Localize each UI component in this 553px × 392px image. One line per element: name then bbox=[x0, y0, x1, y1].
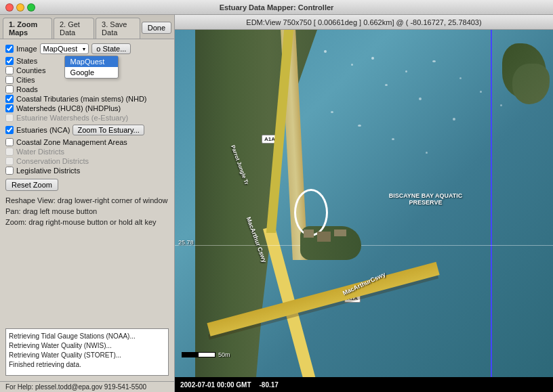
map-coord: -80.17 bbox=[260, 381, 279, 389]
dropdown-option-google[interactable]: Google bbox=[65, 67, 118, 78]
lat-line bbox=[175, 245, 553, 246]
log-line-1: Retrieving Tidal Gauge Stations (NOAA)..… bbox=[9, 332, 165, 341]
building-2 bbox=[317, 232, 331, 242]
help-texts: Reshape View: drag lower-right corner of… bbox=[5, 195, 169, 227]
done-button[interactable]: Done bbox=[142, 22, 171, 34]
map-panel[interactable]: EDM:View 750x750 [ 0.00661deg ] 0.662km]… bbox=[175, 15, 553, 392]
coastal-tributaries-checkbox[interactable] bbox=[5, 95, 14, 103]
estuarine-watersheds-layer: Estuarine Watersheds (e-Estuary) bbox=[5, 114, 169, 122]
tab-zoom-maps[interactable]: 1. Zoom Maps bbox=[3, 18, 52, 39]
estuaries-layer[interactable]: Estuaries (NCA) bbox=[5, 126, 70, 134]
image-label: Image bbox=[16, 45, 37, 53]
map-title-bar: EDM:View 750x750 [ 0.00661deg ] 0.662km]… bbox=[175, 15, 553, 30]
lat-label: 25.78 bbox=[178, 239, 194, 246]
map-coord-display: EDM:View 750x750 [ 0.00661deg ] 0.662km]… bbox=[246, 18, 481, 26]
boat-9 bbox=[480, 91, 482, 93]
cities-checkbox[interactable] bbox=[5, 76, 14, 84]
building-1 bbox=[304, 230, 314, 238]
tab-save-data[interactable]: 3. Save Data bbox=[96, 18, 140, 39]
image-dropdown-button[interactable]: MapQuest bbox=[40, 43, 89, 54]
conservation-districts-label: Conservation Districts bbox=[16, 157, 89, 165]
boat-5 bbox=[432, 60, 436, 62]
water-districts-checkbox bbox=[5, 148, 14, 156]
boat-3 bbox=[371, 57, 374, 60]
help-text-1: Reshape View: drag lower-right corner of… bbox=[5, 195, 169, 206]
close-button[interactable] bbox=[5, 3, 14, 12]
states-checkbox[interactable] bbox=[5, 57, 14, 65]
counties-checkbox[interactable] bbox=[5, 66, 14, 74]
building-3 bbox=[334, 230, 346, 236]
main-container: 1. Zoom Maps 2. Get Data 3. Save Data Do… bbox=[0, 15, 553, 392]
legislative-districts-layer[interactable]: Legislative Districts bbox=[5, 167, 169, 175]
water-districts-label: Water Districts bbox=[16, 148, 64, 156]
coastal-zone-checkbox[interactable] bbox=[5, 138, 14, 146]
coastal-tributaries-label: Coastal Tributaries (main stems) (NHD) bbox=[16, 95, 147, 103]
tab-get-data[interactable]: 2. Get Data bbox=[54, 18, 94, 39]
preserve-text: BISCAYNE BAY AQUATICPRESERVE bbox=[385, 192, 466, 206]
status-text: For Help: plessel.todd@epa.gov 919-541-5… bbox=[5, 383, 146, 391]
watersheds-label: Watersheds (HUC8) (NHDPlus) bbox=[16, 104, 121, 112]
estuarine-watersheds-label: Estuarine Watersheds (e-Estuary) bbox=[16, 114, 128, 122]
watersheds-layer[interactable]: Watersheds (HUC8) (NHDPlus) bbox=[5, 104, 169, 112]
scale-dark bbox=[182, 353, 199, 357]
controls-area: Image MapQuest MapQuest Google o State..… bbox=[0, 39, 174, 328]
maximize-button[interactable] bbox=[27, 3, 35, 12]
boat-1 bbox=[324, 50, 327, 53]
roads-layer[interactable]: Roads bbox=[5, 85, 169, 93]
estuarine-watersheds-checkbox bbox=[5, 114, 14, 122]
scale-bar-container: 50m bbox=[182, 351, 230, 358]
boat-6 bbox=[385, 84, 388, 86]
conservation-districts-layer: Conservation Districts bbox=[5, 157, 169, 165]
scale-bar bbox=[182, 352, 216, 357]
help-text-2: Pan: drag left mouse button bbox=[5, 206, 169, 217]
conservation-districts-checkbox bbox=[5, 157, 14, 165]
log-line-3: Retrieving Water Quality (STORET)... bbox=[9, 351, 165, 360]
window-title: Estuary Data Mapper: Controller bbox=[220, 3, 334, 12]
boat-4 bbox=[405, 70, 407, 72]
boat-15 bbox=[426, 152, 428, 154]
image-row: Image MapQuest MapQuest Google o State..… bbox=[5, 43, 169, 54]
boat-2 bbox=[351, 64, 353, 66]
reset-zoom-button[interactable]: Reset Zoom bbox=[5, 179, 58, 191]
map-background[interactable]: A1A A1A bbox=[175, 30, 553, 377]
boat-12 bbox=[453, 118, 455, 121]
boat-11 bbox=[358, 125, 361, 127]
roads-label: Roads bbox=[16, 85, 38, 93]
image-checkbox[interactable] bbox=[5, 45, 14, 53]
coastal-tributaries-layer[interactable]: Coastal Tributaries (main stems) (NHD) bbox=[5, 95, 169, 103]
title-bar: Estuary Data Mapper: Controller bbox=[0, 0, 553, 15]
watersheds-checkbox[interactable] bbox=[5, 104, 14, 112]
blue-coastline bbox=[491, 30, 492, 377]
scale-label: 50m bbox=[218, 351, 230, 358]
state-button[interactable]: o State... bbox=[91, 43, 131, 54]
coastal-zone-label: Coastal Zone Management Areas bbox=[16, 138, 127, 146]
cities-label: Cities bbox=[16, 76, 35, 84]
minimize-button[interactable] bbox=[16, 3, 24, 12]
log-line-4: Finished retrieving data. bbox=[9, 360, 165, 370]
boat-8 bbox=[419, 97, 422, 100]
boat-10 bbox=[331, 111, 333, 113]
log-line-2: Retrieving Water Quality (NWIS)... bbox=[9, 341, 165, 351]
help-text-3: Zoom: drag right-mouse button or hold al… bbox=[5, 217, 169, 227]
dropdown-option-mapquest[interactable]: MapQuest bbox=[65, 56, 118, 67]
status-bar: For Help: plessel.todd@epa.gov 919-541-5… bbox=[0, 381, 174, 392]
map-date: 2002-07-01 00:00 GMT bbox=[180, 381, 251, 389]
zoom-estuary-button[interactable]: Zoom To Estuary... bbox=[73, 125, 144, 135]
estuaries-checkbox[interactable] bbox=[5, 126, 14, 134]
map-bottom-bar: 2002-07-01 00:00 GMT -80.17 bbox=[175, 377, 553, 392]
boat-14 bbox=[392, 138, 394, 140]
image-dropdown-popup: MapQuest Google bbox=[64, 56, 119, 79]
roads-checkbox[interactable] bbox=[5, 85, 14, 93]
legislative-districts-checkbox[interactable] bbox=[5, 167, 14, 175]
window-controls bbox=[5, 3, 35, 12]
image-checkbox-label[interactable]: Image bbox=[5, 45, 37, 53]
coastal-zone-layer[interactable]: Coastal Zone Management Areas bbox=[5, 138, 169, 146]
counties-label: Counties bbox=[16, 66, 45, 74]
states-label: States bbox=[16, 57, 37, 65]
tabs-bar: 1. Zoom Maps 2. Get Data 3. Save Data Do… bbox=[0, 15, 174, 39]
log-area: Retrieving Tidal Gauge Stations (NOAA)..… bbox=[5, 328, 169, 376]
boat-13 bbox=[500, 104, 502, 106]
boat-7 bbox=[459, 77, 462, 79]
left-panel: 1. Zoom Maps 2. Get Data 3. Save Data Do… bbox=[0, 15, 175, 392]
image-dropdown-container: MapQuest MapQuest Google bbox=[40, 43, 89, 54]
